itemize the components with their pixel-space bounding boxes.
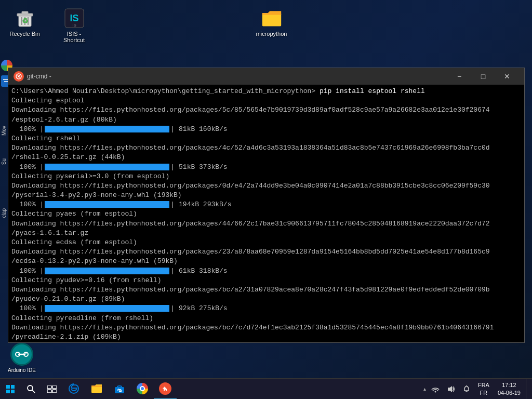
terminal-line: Collecting rshell: [11, 134, 521, 143]
terminal-line: /rshell-0.0.25.tar.gz (44kB): [11, 153, 521, 162]
isis-icon[interactable]: IS IS ISIS - Shortcut: [55, 5, 94, 46]
volume-icon[interactable]: [444, 380, 458, 398]
taskbar-store[interactable]: 🛍: [108, 379, 131, 400]
svg-text:🛍: 🛍: [117, 388, 122, 393]
svg-text:IS: IS: [70, 13, 78, 23]
terminal-line: Collecting ecdsa (from esptool): [11, 238, 521, 247]
svg-text:♻: ♻: [21, 17, 28, 25]
language-name: FRA: [478, 381, 489, 389]
terminal-line: Downloading https://files.pythonhosted.o…: [11, 143, 521, 153]
svg-rect-10: [262, 13, 281, 26]
svg-rect-28: [91, 385, 102, 387]
language-indicator[interactable]: FRA FR: [475, 379, 493, 400]
terminal-line: Downloading https://files.pythonhosted.o…: [11, 285, 521, 295]
svg-rect-25: [47, 390, 51, 393]
system-clock[interactable]: 17:12 04-06-19: [494, 379, 525, 400]
terminal-controls: − □ ✕: [447, 68, 519, 85]
terminal-line: 100% || 194kB 293kB/s: [11, 200, 521, 209]
micropython-label: micropython: [256, 31, 287, 37]
terminal-line: C:\Users\Ahmed Nouira\Desktop\micropytho…: [11, 87, 521, 96]
svg-marker-32: [448, 386, 452, 392]
terminal-line: Collecting pyaes (from esptool): [11, 209, 521, 219]
terminal-window: git-cmd - − □ ✕ C:\Users\Ahmed Nouira\De…: [8, 68, 525, 343]
isis-label: ISIS - Shortcut: [57, 31, 91, 43]
terminal-line: 100% || 51kB 373kB/s: [11, 163, 521, 172]
chrome-icon: [137, 383, 148, 394]
svg-rect-23: [47, 385, 51, 389]
svg-rect-24: [52, 385, 57, 389]
tray-expand-button[interactable]: ▴: [422, 386, 427, 392]
svg-point-31: [434, 391, 436, 392]
windows-icon: [6, 385, 15, 393]
terminal-title: git-cmd -: [27, 73, 447, 80]
terminal-line: Downloading https://files.pythonhosted.o…: [11, 323, 521, 332]
desktop-icons-row: ♻ Recycle Bin IS IS ISIS - Shortcut: [5, 5, 94, 46]
search-button[interactable]: [21, 379, 42, 400]
svg-text:IS: IS: [72, 23, 76, 28]
svg-rect-26: [52, 390, 57, 393]
terminal-line: /esptool-2.6.tar.gz (80kB): [11, 115, 521, 125]
language-locale: FR: [480, 389, 488, 396]
taskbar-explorer[interactable]: [85, 379, 108, 400]
git-icon: [159, 382, 171, 395]
arduino-icon-img: [10, 343, 33, 366]
terminal-app-icon: [14, 71, 24, 82]
network-icon[interactable]: [428, 380, 443, 398]
terminal-line: Collecting pyudev>=0.16 (from rshell): [11, 276, 521, 285]
terminal-line: /pyaes-1.6.1.tar.gz: [11, 229, 521, 238]
terminal-body[interactable]: C:\Users\Ahmed Nouira\Desktop\micropytho…: [8, 85, 524, 342]
svg-rect-11: [262, 13, 281, 15]
show-desktop-button[interactable]: [526, 379, 529, 400]
recycle-bin-icon[interactable]: ♻ Recycle Bin: [5, 5, 44, 46]
taskbar-edge[interactable]: [62, 379, 85, 400]
chrome-inner: [140, 386, 145, 391]
micropython-icon[interactable]: micropython: [252, 5, 291, 39]
arduino-label: Arduino IDE: [8, 367, 36, 373]
maximize-button[interactable]: □: [471, 68, 495, 85]
notification-icon[interactable]: [459, 380, 474, 398]
terminal-line: Collecting pyserial>=3.0 (from esptool): [11, 172, 521, 181]
svg-line-22: [32, 390, 35, 393]
arduino-ide-icon[interactable]: Arduino IDE: [8, 343, 36, 373]
terminal-line: /pyudev-0.21.0.tar.gz (89kB): [11, 295, 521, 304]
desktop: ♻ Recycle Bin IS IS ISIS - Shortcut: [0, 0, 532, 399]
terminal-line: Downloading https://files.pythonhosted.o…: [11, 219, 521, 229]
taskbar-chrome[interactable]: [131, 379, 154, 400]
terminal-line: Downloading https://files.pythonhosted.o…: [11, 247, 521, 257]
terminal-line: 100% || 81kB 160kB/s: [11, 125, 521, 134]
terminal-line: Collecting esptool: [11, 96, 521, 105]
svg-rect-2: [22, 11, 28, 14]
clock-date: 04-06-19: [498, 389, 521, 396]
system-tray: ▴: [422, 379, 532, 400]
terminal-line: 100% || 112kB 243kB/s: [11, 342, 521, 342]
terminal-line: Downloading https://files.pythonhosted.o…: [11, 105, 521, 115]
terminal-line: /pyreadline-2.1.zip (109kB): [11, 332, 521, 342]
clock-time: 17:12: [502, 381, 516, 389]
terminal-line: 100% || 61kB 318kB/s: [11, 267, 521, 276]
taskbar: 🛍 ▴: [0, 378, 532, 399]
minimize-button[interactable]: −: [447, 68, 471, 85]
recycle-bin-label: Recycle Bin: [9, 31, 39, 37]
terminal-line: Downloading https://files.pythonhosted.o…: [11, 181, 521, 191]
task-view-button[interactable]: [42, 379, 62, 400]
taskbar-git[interactable]: [154, 379, 177, 400]
close-button[interactable]: ✕: [495, 68, 519, 85]
terminal-line: /pyserial-3.4-py2.py3-none-any.whl (193k…: [11, 191, 521, 200]
svg-point-21: [28, 385, 33, 391]
terminal-titlebar: git-cmd - − □ ✕: [8, 68, 524, 85]
terminal-line: /ecdsa-0.13.2-py2.py3-none-any.whl (59kB…: [11, 257, 521, 266]
terminal-line: 100% || 92kB 275kB/s: [11, 304, 521, 313]
start-button[interactable]: [0, 379, 21, 400]
terminal-line: Collecting pyreadline (from rshell): [11, 314, 521, 323]
